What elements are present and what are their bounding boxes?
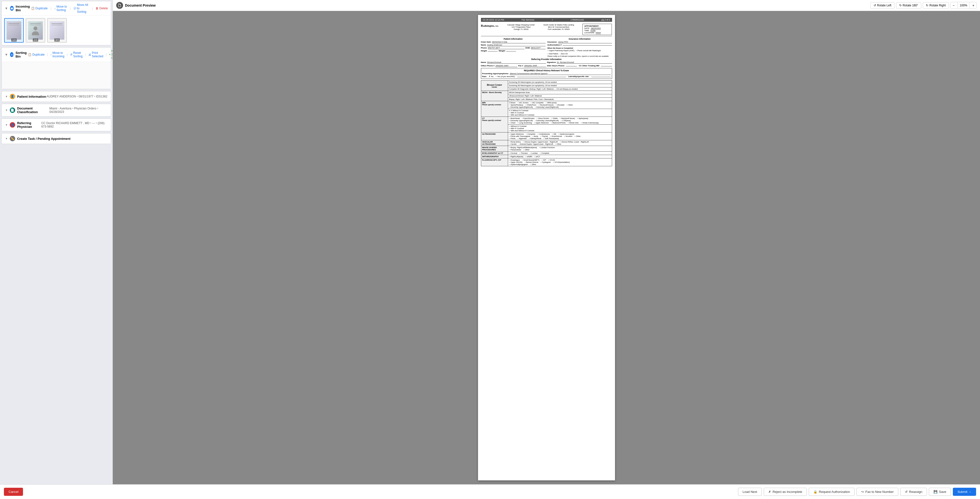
doc-preview-header: Document Preview ↺ Rotate Left ↻ Rotate … (113, 0, 980, 11)
thumbnail-3[interactable]: 3/3 (47, 18, 67, 43)
mri-contrast-text: Please specify contrast (482, 104, 507, 105)
incoming-bin-header-title: Incoming Bin (16, 5, 31, 12)
address2-line3: Fort Lauderdale, FL 33309 (543, 28, 574, 30)
exam-options: ○ Urgent Preliminary Report (STAT) ○ Pho… (547, 50, 612, 54)
sorting-bin-duplicate-action[interactable]: 📋 Duplicate (28, 53, 45, 56)
appt-location-label: LOCATION (584, 32, 594, 34)
incoming-bin-delete-action[interactable]: 🗑 Delete (95, 6, 108, 10)
auth-label: Authorization # (547, 44, 562, 46)
patient-information-left: ▼ 👤 Patient Information (5, 94, 46, 99)
patient-phone-value: 954/707-4877 (488, 47, 525, 49)
patient-info-chevron-icon: ▼ (5, 95, 8, 98)
address2-line1: South Center at Glades Falls Landing (543, 24, 574, 26)
save-icon: 💾 (934, 490, 937, 494)
incoming-bin-move-all-sorting-action[interactable]: ☑ Move All to Sorting (74, 3, 89, 13)
sorting-bin-print-action[interactable]: 🖨 Print Selected (88, 51, 103, 58)
ref-fax-label: Fax # (518, 65, 523, 67)
burn-cd: ○ Burn CD (560, 53, 568, 54)
patient-dob-label: DOB (525, 47, 530, 49)
pain-no-opt: ✗ No (489, 75, 493, 78)
address1-line1: Cascade Village Shopping Center (508, 24, 535, 26)
doc-class-chevron-icon: ▼ (5, 109, 8, 112)
order-date-value: 08/03/2022 9:30a (492, 41, 546, 43)
incoming-bin-collapse-icon[interactable]: ▼ (5, 6, 8, 10)
thumbnail-3-label: 3/3 (54, 38, 60, 41)
dexa-label: DEXA - Bone Density (481, 91, 508, 101)
sorting-bin-collapse-icon[interactable]: ▼ (5, 53, 8, 57)
ct-row: CT Please specify contrast ○ Brain/Head … (481, 117, 612, 124)
create-task-header[interactable]: ▼ ✏️ Create Task / Pending Appointment (2, 134, 111, 144)
fax-header: 04-28-2023 12:14 PM Fax Services > 17869… (481, 18, 612, 22)
ct-contrast-text: Please specify contrast (482, 120, 507, 121)
vascular-row: VASCULAR ULTRASOUND ○ Renal Artery ○ Ven… (481, 140, 612, 146)
referring-physician-header[interactable]: ▼ 👤 Referring Physician CC Doctor RICHAR… (2, 119, 111, 131)
fax-new-number-btn[interactable]: ↪ Fax to New Number (856, 488, 898, 496)
rotate-right-btn[interactable]: ↻ Rotate Right (923, 2, 949, 9)
rotate-left-btn[interactable]: ↺ Rotate Left (870, 2, 895, 9)
appt-location-value: Hiram (596, 32, 601, 34)
ref-name: CC Doctor RICHARD EMMETT , MD (41, 121, 89, 125)
patient-info-icon: 👤 (10, 94, 15, 99)
doc-type: Physician Orders (72, 107, 96, 110)
sorting-bin-reset-action[interactable]: ↺ Reset Sorting (70, 51, 83, 58)
sorting-bin-new-group-action[interactable]: + New Sorting Group (109, 49, 113, 60)
ultrasound-breast-row: DEXA - Bone Density DEXA Osteoporosis Sc… (481, 91, 612, 94)
reject-incomplete-btn[interactable]: ✗ Reject as Incomplete (764, 488, 807, 496)
biopsy-txt: Biopsy: Right / Left / Bilateral: FNA / … (508, 98, 612, 101)
zoom-out-btn[interactable]: − (951, 2, 956, 9)
patient-info-block: Patient Information Order Date 08/03/202… (481, 38, 546, 57)
hold-patient: ○ Hold Patient (547, 53, 558, 54)
incoming-bin-left-actions: ▼ Incoming Bin (5, 5, 31, 12)
myelography-label: MYELOGRAPHY w/ CT (481, 151, 508, 155)
thumbnail-1-label: 1/3 (11, 38, 17, 41)
myelography-options: ○ Cervical ○ Thoracic ○ Lumbar ○ Complet… (508, 151, 612, 155)
incoming-bin-duplicate-action[interactable]: 📋 Duplicate (31, 6, 48, 10)
patient-name: AUDREY ANDERSON (46, 95, 76, 98)
incoming-bin-move-sorting-action[interactable]: ↓ Move to Sorting (54, 5, 67, 12)
document-classification-title: Document Classification (17, 107, 49, 114)
ref-office-row: Office Phone # (954)591-0054 Fax # (954)… (481, 65, 546, 67)
create-task-left: ▼ ✏️ Create Task / Pending Appointment (5, 136, 70, 141)
rotate-180-btn[interactable]: ↻ Rotate 180° (896, 2, 921, 9)
signs-label: Presenting signs/symptoms: (482, 72, 509, 75)
referring-physician-title: Referring Physician (17, 121, 41, 129)
breast-center-label: Center (482, 86, 507, 88)
reassign-btn[interactable]: ↺ Reassign (900, 488, 927, 496)
doc-preview-title: Document Preview (125, 3, 156, 7)
save-btn[interactable]: 💾 Save (929, 488, 951, 496)
notify-text: Please notify us if relevant comparison … (547, 55, 612, 57)
cancel-btn[interactable]: Cancel (4, 488, 23, 496)
doc-preview-content[interactable]: 04-28-2023 12:14 PM Fax Services > 17869… (113, 11, 980, 484)
patient-name-value: Audrey Andersen (487, 44, 545, 46)
patient-information-header[interactable]: ▼ 👤 Patient Information AUDREY ANDERSON … (2, 91, 111, 102)
patient-insurance-grid: Patient Information Order Date 08/03/202… (481, 38, 612, 57)
document-preview-panel: Document Preview ↺ Rotate Left ↻ Rotate … (113, 0, 980, 484)
thumbnail-1[interactable]: 1/3 (4, 18, 24, 43)
pain-label: Pain: (482, 75, 487, 78)
zoom-in-btn[interactable]: + (970, 2, 976, 9)
clinical-history-block: REQUIRED Clinical History Relevant To Ex… (481, 68, 612, 79)
sorting-bin-move-incoming-action[interactable]: ↑ Move to Incoming (50, 51, 65, 58)
dexa-scan: DEXA Osteoporosis Scan (508, 91, 612, 94)
zoom-controls: − 100% + (950, 2, 977, 9)
appt-date-label: DATE (584, 27, 589, 29)
ct-label-text: CT (482, 117, 507, 120)
submit-btn[interactable]: Submit → (953, 488, 976, 496)
image-guided-row: IMAGE-GUIDED PROCEDURES ○ Biopsy: Right/… (481, 146, 612, 151)
clinical-title: REQUIRED Clinical History Relevant To Ex… (482, 69, 611, 72)
fax-number: 17869531442 (571, 19, 584, 21)
load-next-btn[interactable]: Load Next (738, 488, 762, 496)
sorting-bin-icon (10, 52, 14, 57)
image-guided-label: IMAGE-GUIDED PROCEDURES (481, 146, 508, 151)
order-date-row: Order Date 08/03/2022 9:30a (481, 41, 546, 43)
sorting-bin-header: ▼ Sorting Bin 📋 Duplicate | ↑ Move to In… (2, 48, 111, 62)
mri-label: MRI Please specify contrast (481, 101, 508, 117)
thumbnail-2[interactable]: 2/3 (26, 18, 45, 43)
ct-options: ○ Brain/Head ○ Face/Sinuses ○ Sinus Scre… (508, 117, 612, 124)
phone-consult: ○ Phone consult with Radiologist (576, 50, 601, 51)
patient-dob: 08/31/1977 (77, 95, 94, 98)
ref-after-label: After Hours Phone: (547, 65, 565, 67)
document-classification-header[interactable]: ▼ 📄 Document Classification Miami - Aven… (2, 104, 111, 116)
order-date-label: Order Date (481, 41, 491, 43)
request-auth-btn[interactable]: 🔒 Request Authorization (809, 488, 854, 496)
